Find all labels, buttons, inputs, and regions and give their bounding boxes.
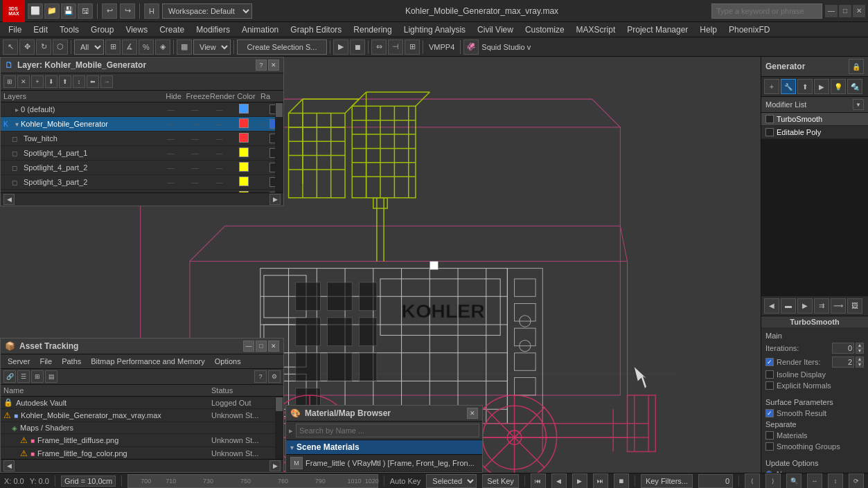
asset-row-fog[interactable]: ⚠ ■ Frame_little_fog_color.png Unknown S… <box>1 447 283 459</box>
menu-file[interactable]: File <box>3 24 27 36</box>
isoline-checkbox[interactable] <box>765 370 774 379</box>
open-btn[interactable]: 📁 <box>44 3 60 19</box>
menu-group[interactable]: Group <box>85 24 119 36</box>
asset-row-diffuse[interactable]: ⚠ ■ Frame_little_diffuse.png Unknown St.… <box>1 434 283 447</box>
menu-modifiers[interactable]: Modifiers <box>191 24 236 36</box>
rotate-tool[interactable]: ↻ <box>36 39 51 55</box>
asset-tb-1[interactable]: 🔗 <box>3 370 16 383</box>
layer-row-default[interactable]: ▸ 0 (default) — — — <box>1 102 283 117</box>
menu-help[interactable]: Help <box>694 24 723 36</box>
spinner-snap[interactable]: ◈ <box>155 39 170 55</box>
percent-snap[interactable]: % <box>139 39 154 55</box>
rp-mod-icon-2[interactable]: ▬ <box>781 298 796 314</box>
rp-tab-utilities[interactable]: 🔩 <box>847 79 862 94</box>
asset-minimize-btn[interactable]: — <box>243 341 254 352</box>
render-btn[interactable]: ▦ <box>177 39 192 55</box>
rp-lock-icon[interactable]: 🔒 <box>849 59 864 74</box>
modifier-checkbox-turbosmooth[interactable] <box>765 115 774 123</box>
scale-tool[interactable]: ⬡ <box>53 39 68 55</box>
close-btn[interactable]: ✕ <box>853 5 865 17</box>
asset-close-btn[interactable]: ✕ <box>268 341 279 352</box>
stop-play-btn[interactable]: ⏹ <box>614 473 629 489</box>
rp-tab-motion[interactable]: ▶ <box>814 79 829 94</box>
layer-row-tow-hitch[interactable]: ◻ Tow_hitch — — — <box>1 132 283 146</box>
asset-scroll-left[interactable]: ◀ <box>3 460 15 471</box>
menu-project-manager[interactable]: Project Manager <box>621 24 693 36</box>
menu-lighting[interactable]: Lighting Analysis <box>398 24 471 36</box>
layer-manager-btn[interactable]: ⊞ <box>405 39 420 55</box>
iterations-input[interactable] <box>832 343 854 354</box>
render-iters-checkbox[interactable]: ✓ <box>765 358 774 366</box>
nav-icon-4[interactable]: ↔ <box>807 473 822 489</box>
timeline[interactable]: 700 710 730 750 760 790 1010 1020 <box>127 474 378 488</box>
snap-toggle[interactable]: ⊞ <box>105 39 121 55</box>
prev-frame-btn[interactable]: ⏮ <box>531 473 546 489</box>
modifier-list-dropdown-btn[interactable]: ▼ <box>853 99 864 110</box>
play-rev-btn[interactable]: ◀ <box>551 473 567 489</box>
asset-row-vault[interactable]: 🔒 Autodesk Vault Logged Out <box>1 397 283 409</box>
layer-tool-2[interactable]: ✕ <box>17 75 30 88</box>
undo-btn[interactable]: ↩ <box>102 3 117 19</box>
rp-mod-icon-5[interactable]: ⟿ <box>831 298 846 314</box>
layer-scroll-right[interactable]: ▶ <box>269 194 281 205</box>
layer-row-spotlight4p2[interactable]: ◻ Spotlight_4_part_2 — — — <box>1 161 283 175</box>
layer-row-spotlight3p2[interactable]: ◻ Spotlight_3_part_2 — — — <box>1 175 283 190</box>
asset-scrollbar[interactable] <box>275 397 283 459</box>
asset-menu-options[interactable]: Options <box>211 356 245 367</box>
always-radio[interactable] <box>765 471 772 473</box>
menu-animation[interactable]: Animation <box>236 24 284 36</box>
rp-mod-icon-3[interactable]: ▶ <box>797 298 813 314</box>
nav-icon-5[interactable]: ↕ <box>828 473 843 489</box>
layer-tool-4[interactable]: ⬇ <box>45 75 57 88</box>
nav-icon-2[interactable]: ⟩ <box>765 473 781 489</box>
asset-tb-6[interactable]: ⚙ <box>268 370 281 383</box>
maximize-btn[interactable]: □ <box>839 5 851 17</box>
asset-menu-paths[interactable]: Paths <box>57 356 85 367</box>
rp-mod-icon-4[interactable]: ⇉ <box>814 298 829 314</box>
mirror-btn[interactable]: ⇔ <box>371 39 387 55</box>
iterations-up-btn[interactable]: ▲ <box>856 343 864 348</box>
menu-customize[interactable]: Customize <box>520 24 570 36</box>
nav-icon-1[interactable]: ⟨ <box>745 473 760 489</box>
layer-tool-1[interactable]: ⊞ <box>3 75 16 88</box>
key-filters-btn[interactable]: Key Filters... <box>641 474 693 488</box>
menu-graph-editors[interactable]: Graph Editors <box>285 24 347 36</box>
render-iters-up-btn[interactable]: ▲ <box>856 356 864 362</box>
asset-tb-4[interactable]: ▤ <box>45 370 57 383</box>
rp-tab-modify[interactable]: 🔧 <box>781 79 796 94</box>
play-fwd-btn[interactable]: ▶ <box>572 473 587 489</box>
modifier-item-turbosmooth[interactable]: TurboSmooth <box>761 113 868 126</box>
layer-row-spotlight4p1[interactable]: ◻ Spotlight_4_part_1 — — — <box>1 146 283 161</box>
menu-civil-view[interactable]: Civil View <box>472 24 519 36</box>
modifier-item-editablepoly[interactable]: Editable Poly <box>761 126 868 139</box>
asset-menu-server[interactable]: Server <box>3 356 34 367</box>
auto-key-dropdown[interactable]: Selected <box>426 474 477 488</box>
asset-row-kohler-file[interactable]: ⚠ ■ Kohler_Mobile_Generator_max_vray.max… <box>1 409 283 422</box>
layer-row-kohler[interactable]: K ▾ Kohler_Mobile_Generator — — — ✓ <box>1 117 283 132</box>
rp-tab-display[interactable]: 💡 <box>831 79 846 94</box>
viewport[interactable]: [+] [Perspective] [Shaded + Edged Faces]… <box>0 57 761 473</box>
layer-close-btn[interactable]: ✕ <box>268 60 279 71</box>
rp-mod-icon-6[interactable]: 🖼 <box>847 298 862 314</box>
layer-tool-8[interactable]: → <box>100 75 113 88</box>
new-btn[interactable]: ⬜ <box>28 3 43 19</box>
stop-anim-btn[interactable]: ⏹ <box>350 39 365 55</box>
material-scene-section[interactable]: ▾ Scene Materials <box>286 440 482 455</box>
menu-maxscript[interactable]: MAXScript <box>571 24 621 36</box>
layers-scrollbar[interactable] <box>275 102 283 192</box>
asset-scroll-right[interactable]: ▶ <box>269 460 281 471</box>
asset-menu-file[interactable]: File <box>35 356 56 367</box>
move-tool[interactable]: ✥ <box>19 39 35 55</box>
align-btn[interactable]: ⊣ <box>388 39 403 55</box>
select-tool[interactable]: ↖ <box>3 39 18 55</box>
material-item-frame-little[interactable]: M Frame_little ( VRayMtl ) [Frame, Front… <box>286 455 482 472</box>
filter-dropdown[interactable]: All <box>74 39 104 55</box>
layer-scroll-left[interactable]: ◀ <box>3 194 15 205</box>
save-btn[interactable]: 💾 <box>61 3 76 19</box>
layer-tool-7[interactable]: ⬅ <box>87 75 99 88</box>
smoothing-groups-checkbox[interactable] <box>765 442 774 451</box>
create-selection-btn[interactable]: Create Selection S... <box>237 39 327 55</box>
layer-tool-5[interactable]: ⬆ <box>59 75 71 88</box>
workspace-dropdown[interactable]: Workspace: Default <box>162 3 252 19</box>
asset-menu-bitmap[interactable]: Bitmap Performance and Memory <box>87 356 209 367</box>
